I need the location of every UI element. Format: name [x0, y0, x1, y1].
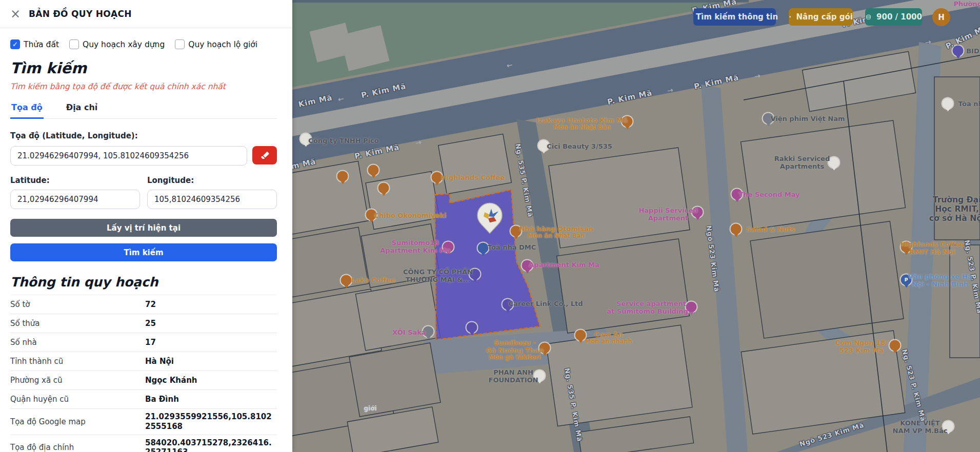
- checkbox-icon: [175, 39, 185, 49]
- info-row-value: 72: [145, 300, 277, 310]
- poi-label[interactable]: Apartment Kim Ma: [529, 261, 599, 269]
- poi-label[interactable]: Viện phim Việt Nam: [770, 115, 845, 122]
- close-icon[interactable]: ×: [10, 8, 21, 20]
- map-pin[interactable]: [341, 275, 352, 285]
- poi-label[interactable]: KONE VIỆT NAM VP M.Bắc: [893, 419, 948, 435]
- gem-icon: [789, 13, 792, 21]
- poi-label[interactable]: BIDV: [966, 47, 980, 55]
- map-search-button[interactable]: Tìm kiếm thông tin: [693, 8, 776, 26]
- poi-label[interactable]: CÔNG TY CỔ PHẦN THƯƠNG MẠI &...: [403, 268, 473, 283]
- info-row-value: 17: [145, 338, 277, 347]
- poi-label[interactable]: Sumibozu - Gà Nướng Than Món gà Yakitori: [486, 339, 544, 361]
- poi-label[interactable]: Toà nhà DMC: [488, 243, 536, 251]
- poi-label[interactable]: Highlands Coffee: [441, 174, 505, 181]
- poi-pin-icon: P: [905, 277, 908, 282]
- map-pin[interactable]: [829, 157, 839, 168]
- map-pin[interactable]: [943, 98, 953, 109]
- poi-label[interactable]: PHAN ANH FOUNDATION: [489, 368, 538, 384]
- current-location-button[interactable]: Lấy vị trí hiện tại: [10, 219, 277, 237]
- poi-label[interactable]: Chibo Okonomiyaki: [374, 212, 447, 219]
- coord-label: Tọa độ (Latitude, Longitude):: [10, 131, 277, 140]
- layer-checkbox[interactable]: Quy hoạch xây dựng: [69, 39, 165, 49]
- info-row-label: Quận huyện cũ: [10, 395, 145, 404]
- upgrade-plan-button[interactable]: Nâng cấp gói: [789, 8, 853, 26]
- user-avatar[interactable]: H: [932, 8, 950, 26]
- checkbox-icon: [69, 39, 79, 49]
- basemap-tiles: [292, 0, 980, 452]
- map-pin[interactable]: [890, 340, 901, 351]
- poi-label[interactable]: Nhà hàng Otomisan Món ăn Nhật Bản: [519, 225, 594, 239]
- planning-panel: × BẢN ĐỒ QUY HOẠCH Thửa đất Quy hoạch xâ…: [0, 0, 292, 452]
- info-row-value: 21.0293559921556,105.81022555168: [145, 412, 277, 432]
- poi-label[interactable]: Izakaya Unatoto Kim Mã Món ăn Nhật Bản: [536, 116, 628, 131]
- map-pin[interactable]: [575, 330, 586, 340]
- poi-label[interactable]: Salad & Nuts: [746, 225, 795, 233]
- eraser-icon: [260, 151, 270, 160]
- map-pin[interactable]: [731, 223, 742, 234]
- poi-label[interactable]: Cơm An Món ăn nhanh: [585, 331, 632, 345]
- map-pin[interactable]: [378, 182, 389, 193]
- panel-title: BẢN ĐỒ QUY HOẠCH: [29, 9, 132, 19]
- info-row-label: Phường xã cũ: [10, 376, 145, 385]
- poi-label[interactable]: XÔI Saka: [392, 328, 426, 336]
- search-button[interactable]: Tìm kiếm: [10, 243, 277, 261]
- poi-label[interactable]: Career Link Co., Ltd: [508, 300, 583, 307]
- poi-label[interactable]: The Second May: [738, 191, 799, 198]
- info-row-value: 584020.403715278,2326416.25271163: [145, 438, 277, 452]
- info-row-label: Tọa độ địa chính: [10, 443, 145, 452]
- info-heading: Thông tin quy hoạch: [10, 275, 277, 295]
- map-pin[interactable]: [478, 242, 489, 253]
- quota-badge[interactable]: 900 / 1000: [865, 8, 922, 26]
- info-row-label: Tọa độ Google map: [10, 417, 145, 426]
- map-pin[interactable]: [467, 322, 477, 333]
- search-heading: Tìm kiếm: [10, 59, 277, 77]
- poi-label[interactable]: Công ty TNHH Pico: [308, 137, 378, 145]
- coins-icon: [865, 13, 872, 22]
- info-row: Tọa độ Google map 21.0293559921556,105.8…: [10, 409, 277, 435]
- poi-label[interactable]: Highlands Coffee RMIT Hà Nội: [901, 240, 965, 256]
- poi-label[interactable]: Lakà Coffee: [351, 276, 395, 284]
- coord-input[interactable]: [10, 146, 247, 166]
- layer-toggles: Thửa đất Quy hoạch xây dựng Quy hoạch lộ…: [10, 39, 277, 49]
- info-row-value: Ba Đình: [145, 395, 277, 404]
- info-row: Số nhà 17: [10, 333, 277, 352]
- search-tabs: Tọa độĐịa chỉ: [10, 99, 277, 119]
- poi-label[interactable]: Phường N: [954, 0, 980, 8]
- info-row-value: Ngọc Khánh: [145, 376, 277, 385]
- location-marker-icon: [476, 202, 504, 235]
- poi-label[interactable]: Service apartment at Sumitomo Building..…: [607, 300, 696, 315]
- poi-label[interactable]: Trường Đại Học RMIT, cơ sở Hà Nội: [929, 196, 980, 223]
- map-pin[interactable]: [337, 171, 348, 181]
- poi-label[interactable]: Sumitomo18 Apartment Kim Ma: [380, 239, 450, 254]
- map-pin[interactable]: [368, 165, 379, 175]
- info-row: Tỉnh thành cũ Hà Nội: [10, 352, 277, 371]
- clear-coord-button[interactable]: [252, 146, 277, 165]
- search-tab[interactable]: Địa chỉ: [65, 99, 99, 119]
- layer-checkbox[interactable]: Thửa đất: [10, 39, 59, 49]
- poi-label[interactable]: Tòa nhà: [958, 100, 980, 108]
- info-row: Phường xã cũ Ngọc Khánh: [10, 371, 277, 390]
- info-row-value: 25: [145, 319, 277, 328]
- info-row-label: Số nhà: [10, 338, 145, 347]
- info-row-value: Hà Nội: [145, 357, 277, 366]
- latitude-input[interactable]: [10, 190, 140, 209]
- search-hint: Tìm kiếm bằng tọa độ để được kết quả chí…: [10, 82, 277, 91]
- search-tab[interactable]: Tọa độ: [10, 99, 44, 119]
- checkbox-icon: [10, 39, 20, 49]
- poi-label[interactable]: Văn phòng xe Hà Nội - Ninh Bình: [908, 273, 972, 288]
- layer-checkbox[interactable]: Quy hoạch lộ giới: [175, 39, 257, 49]
- info-row-label: Số thửa: [10, 319, 145, 328]
- info-row: Tọa độ địa chính 584020.403715278,232641…: [10, 435, 277, 452]
- longitude-input[interactable]: [147, 190, 277, 209]
- poi-label[interactable]: Cici Beauty 3/535: [547, 142, 612, 150]
- panel-header: × BẢN ĐỒ QUY HOẠCH: [0, 0, 292, 28]
- poi-label[interactable]: Rakki Serviced Apartments: [774, 155, 830, 170]
- planning-info-table: Số tờ 72 Số thửa 25 Số nhà 17 Tỉnh thành…: [10, 295, 277, 452]
- selected-location-marker: [476, 202, 504, 237]
- poi-label[interactable]: giới: [364, 405, 376, 413]
- map-canvas[interactable]: P Công ty TNHH Pico Izakaya Unatoto Kim …: [292, 0, 980, 452]
- info-row-label: Số tờ: [10, 300, 145, 309]
- info-row: Số tờ 72: [10, 295, 277, 314]
- poi-label[interactable]: Happii Serviced Apartment: [638, 207, 697, 222]
- poi-label[interactable]: Cơm Ngon 18/ 523 Kim Mã: [835, 339, 888, 354]
